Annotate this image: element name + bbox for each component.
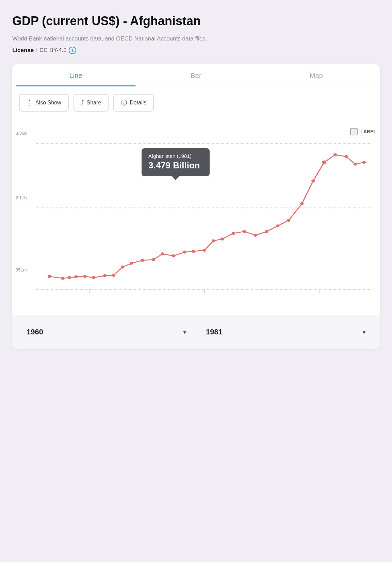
chart-card: Line Bar Map ⋮ Also Show ⤴ Share ⓘ Detai… <box>12 64 380 349</box>
also-show-label: Also Show <box>35 100 61 106</box>
tab-line[interactable]: Line <box>16 64 136 86</box>
svg-point-29 <box>276 224 279 227</box>
svg-point-31 <box>300 202 304 205</box>
svg-point-13 <box>112 274 115 277</box>
svg-point-16 <box>141 259 144 262</box>
y-label-bottom: 351m <box>16 267 27 272</box>
details-button[interactable]: ⓘ Details <box>113 94 154 112</box>
svg-point-34 <box>333 153 337 156</box>
svg-point-11 <box>92 276 95 279</box>
start-year-chevron-icon: ▾ <box>183 328 186 336</box>
svg-point-30 <box>287 219 290 222</box>
svg-point-14 <box>121 265 124 268</box>
svg-point-15 <box>130 262 133 265</box>
svg-point-18 <box>161 252 164 255</box>
label-text: LABEL <box>360 129 376 134</box>
page-title: GDP (current US$) - Afghanistan <box>12 14 380 28</box>
svg-point-19 <box>172 254 175 257</box>
svg-point-36 <box>354 163 357 166</box>
svg-point-28 <box>265 230 268 233</box>
svg-point-26 <box>243 230 246 233</box>
share-button[interactable]: ⤴ Share <box>74 94 109 112</box>
svg-point-7 <box>61 277 64 280</box>
start-year-selector[interactable]: 1960 ▾ <box>19 321 194 343</box>
svg-point-22 <box>203 249 206 252</box>
label-checkbox[interactable] <box>350 128 358 135</box>
subtitle: World Bank national accounts data, and O… <box>12 34 380 43</box>
svg-point-32 <box>311 179 315 182</box>
svg-point-24 <box>220 237 224 241</box>
y-label-top: 3.86b <box>16 131 27 136</box>
info-circle-icon: ⓘ <box>121 99 127 107</box>
tab-bar[interactable]: Bar <box>136 64 256 86</box>
license-label: License <box>12 47 34 54</box>
svg-point-10 <box>83 275 86 278</box>
toolbar: ⋮ Also Show ⤴ Share ⓘ Details <box>12 86 380 118</box>
svg-point-20 <box>183 250 186 253</box>
license-row: License : CC BY-4.0 i <box>12 47 380 54</box>
svg-point-27 <box>254 234 257 237</box>
svg-point-37 <box>362 161 366 164</box>
end-year-value: 1981 <box>206 328 223 336</box>
svg-point-23 <box>212 239 215 242</box>
end-year-chevron-icon: ▾ <box>362 328 365 336</box>
svg-point-21 <box>192 250 195 253</box>
tabs: Line Bar Map <box>12 64 380 86</box>
dots-icon: ⋮ <box>27 99 33 106</box>
license-info-icon[interactable]: i <box>69 47 76 54</box>
chart-area: 3.86b 2.11b 351m LABEL <box>12 118 380 315</box>
tab-map[interactable]: Map <box>256 64 376 86</box>
share-label: Share <box>87 100 101 106</box>
year-selectors: 1960 ▾ 1981 ▾ <box>12 315 380 349</box>
also-show-button[interactable]: ⋮ Also Show <box>19 94 69 112</box>
details-label: Details <box>130 100 146 106</box>
license-value: CC BY-4.0 <box>39 47 67 54</box>
svg-point-33 <box>322 160 326 164</box>
svg-point-35 <box>345 155 348 158</box>
start-year-value: 1960 <box>27 328 43 336</box>
svg-point-12 <box>103 274 107 277</box>
svg-point-6 <box>48 275 51 278</box>
share-icon: ⤴ <box>81 99 84 106</box>
svg-point-9 <box>74 275 78 278</box>
end-year-selector[interactable]: 1981 ▾ <box>198 321 373 343</box>
line-chart-svg <box>36 121 373 308</box>
svg-point-17 <box>152 258 155 261</box>
svg-point-25 <box>231 232 235 235</box>
svg-point-8 <box>67 276 71 279</box>
license-separator: : <box>36 47 37 54</box>
label-toggle[interactable]: LABEL <box>350 128 376 135</box>
y-label-mid: 2.11b <box>16 195 27 200</box>
